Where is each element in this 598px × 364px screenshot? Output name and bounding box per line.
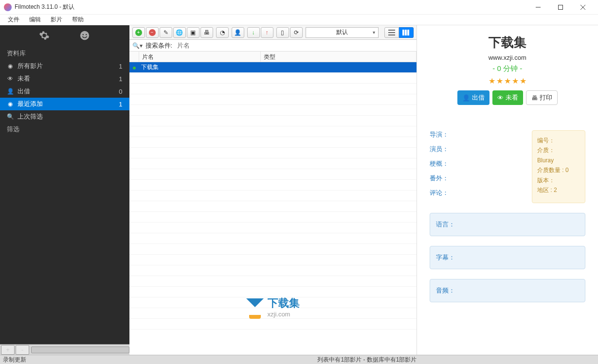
- menu-file[interactable]: 文件: [3, 15, 24, 25]
- table-row[interactable]: [129, 319, 417, 329]
- menu-help[interactable]: 帮助: [67, 15, 89, 25]
- person-icon: 👤: [7, 88, 14, 95]
- chart-button[interactable]: ◔: [216, 27, 229, 38]
- smile-icon[interactable]: [79, 30, 90, 42]
- sidebar-item-lent[interactable]: 👤出借 0: [0, 85, 129, 98]
- table-row[interactable]: [129, 158, 417, 169]
- app-icon: [4, 3, 12, 11]
- table-row[interactable]: [129, 137, 417, 148]
- sidebar-section-library: 资料库: [0, 47, 129, 60]
- menu-edit[interactable]: 编辑: [24, 15, 46, 25]
- main-area: 资料库 ◉所有影片 1 👁未看 1 👤出借 0 ◉最近添加 1 🔍上次筛选 筛选…: [0, 25, 598, 355]
- table-row[interactable]: [129, 212, 417, 223]
- search-icon[interactable]: 🔍▾: [132, 42, 143, 49]
- sidebar-item-count: 1: [119, 101, 122, 108]
- table-row[interactable]: [129, 255, 417, 265]
- person-button[interactable]: 👤: [232, 27, 244, 38]
- printer-icon: 🖶: [204, 29, 210, 36]
- gear-icon[interactable]: [39, 30, 50, 42]
- sidebar-item-recent[interactable]: ◉最近添加 1: [0, 98, 129, 110]
- view-columns-button[interactable]: [399, 27, 414, 38]
- table-row[interactable]: 下载集: [129, 62, 417, 73]
- disc-icon: ◉: [7, 101, 14, 107]
- svg-rect-8: [388, 32, 395, 33]
- table-row[interactable]: [129, 276, 417, 287]
- table-row[interactable]: [129, 287, 417, 297]
- table-row[interactable]: [129, 297, 417, 308]
- add-button[interactable]: +: [132, 27, 145, 38]
- close-button[interactable]: [572, 0, 594, 15]
- table-row[interactable]: [129, 223, 417, 233]
- table-row[interactable]: [129, 126, 417, 137]
- arrow-down-icon: ↓: [252, 29, 255, 36]
- rating-stars[interactable]: ★ ★ ★ ★ ★: [489, 76, 526, 86]
- remove-filter-button[interactable]: -: [16, 345, 29, 355]
- remove-button[interactable]: −: [146, 27, 159, 38]
- table-row[interactable]: [129, 73, 417, 84]
- movie-title: 下载集: [489, 34, 526, 51]
- table-row[interactable]: [129, 244, 417, 255]
- statusbar: 录制更新 列表中有1部影片 - 数据库中有1部影片: [0, 355, 598, 364]
- table-row[interactable]: [129, 191, 417, 201]
- sidebar: 资料库 ◉所有影片 1 👁未看 1 👤出借 0 ◉最近添加 1 🔍上次筛选 筛选…: [0, 25, 129, 355]
- table-row[interactable]: [129, 265, 417, 276]
- menubar: 文件 编辑 影片 帮助: [0, 15, 598, 25]
- table-row[interactable]: [129, 116, 417, 126]
- sync-icon: ⟳: [294, 29, 299, 36]
- profile-select[interactable]: 默认: [306, 27, 379, 38]
- sync-button[interactable]: ⟳: [290, 27, 303, 38]
- col-status[interactable]: [129, 52, 139, 62]
- minimize-button[interactable]: [527, 0, 549, 15]
- label-actors: 演员：: [430, 145, 526, 154]
- copy-icon: ▣: [190, 29, 196, 36]
- table-row[interactable]: [129, 233, 417, 244]
- web-button[interactable]: 🌐: [173, 27, 186, 38]
- sidebar-item-unseen[interactable]: 👁未看 1: [0, 72, 129, 85]
- info-left: 导演： 演员： 梗概： 番外： 评论：: [430, 130, 526, 203]
- upload-button[interactable]: ↑: [261, 27, 273, 38]
- label-director: 导演：: [430, 130, 526, 139]
- window-title: Filmotech 3.11.0 - 默认: [15, 3, 527, 11]
- col-type-header[interactable]: 类型: [261, 52, 417, 62]
- svg-rect-12: [407, 30, 409, 35]
- sidebar-scrollbar[interactable]: [31, 347, 129, 353]
- svg-rect-7: [388, 30, 395, 31]
- search-input[interactable]: [193, 42, 413, 49]
- col-name-header[interactable]: 片名: [139, 52, 261, 62]
- table-row[interactable]: [129, 148, 417, 158]
- value-media: Bluray: [537, 157, 554, 164]
- print-button[interactable]: 🖶: [200, 27, 213, 38]
- table-row[interactable]: [129, 180, 417, 191]
- download-button[interactable]: ↓: [247, 27, 260, 38]
- star-icon: ★: [496, 76, 503, 86]
- sidebar-item-last-filter[interactable]: 🔍上次筛选: [0, 110, 129, 123]
- maximize-button[interactable]: [549, 0, 572, 15]
- copy-button[interactable]: ▣: [187, 27, 199, 38]
- status-center: 列表中有1部影片 - 数据库中有1部影片: [139, 356, 595, 364]
- unseen-button[interactable]: 👁未看: [492, 90, 523, 105]
- sidebar-item-label: 上次筛选: [18, 112, 43, 121]
- table-row[interactable]: [129, 308, 417, 319]
- device-button[interactable]: ▯: [276, 27, 289, 38]
- sidebar-item-all-movies[interactable]: ◉所有影片 1: [0, 60, 129, 72]
- print-button[interactable]: 🖶打印: [526, 90, 558, 105]
- cell-name: 下载集: [139, 63, 261, 71]
- table-row[interactable]: [129, 84, 417, 94]
- label-version: 版本：: [537, 177, 555, 184]
- label-comments: 评论：: [430, 189, 526, 197]
- value-media-count: 0: [564, 167, 569, 173]
- sidebar-item-label: 所有影片: [18, 62, 43, 70]
- table-row[interactable]: [129, 105, 417, 116]
- table-row[interactable]: [129, 169, 417, 180]
- list-body[interactable]: 下载集: [129, 62, 417, 355]
- status-dot: [129, 64, 139, 71]
- menu-movie[interactable]: 影片: [46, 15, 67, 25]
- window-controls: [527, 0, 594, 15]
- add-filter-button[interactable]: +: [1, 345, 15, 355]
- table-row[interactable]: [129, 94, 417, 105]
- edit-button[interactable]: ✎: [160, 27, 172, 38]
- view-list-button[interactable]: [384, 27, 399, 38]
- table-row[interactable]: [129, 201, 417, 212]
- eye-icon: 👁: [7, 75, 14, 82]
- lend-button[interactable]: 👤出借: [457, 90, 489, 105]
